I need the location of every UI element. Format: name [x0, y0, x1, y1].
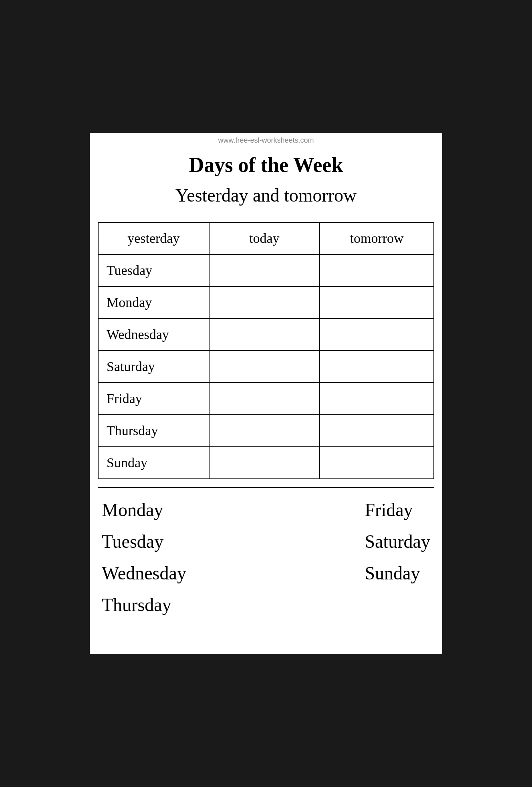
- cell-tomorrow: [320, 415, 434, 447]
- table-row: Wednesday: [98, 319, 434, 351]
- cell-yesterday: Thursday: [98, 415, 209, 447]
- cell-tomorrow: [320, 351, 434, 383]
- word-item-right: Sunday: [365, 559, 430, 587]
- cell-today: [209, 254, 320, 287]
- cell-tomorrow: [320, 287, 434, 319]
- word-item-left: Tuesday: [102, 528, 186, 555]
- word-list-left: MondayTuesdayWednesdayThursday: [102, 496, 186, 619]
- cell-yesterday: Sunday: [98, 447, 209, 479]
- cell-yesterday: Tuesday: [98, 254, 209, 287]
- cell-today: [209, 287, 320, 319]
- page-container: www.free-esl-worksheets.com Days of the …: [90, 133, 442, 654]
- cell-tomorrow: [320, 447, 434, 479]
- main-title: Days of the Week: [106, 153, 426, 177]
- cell-today: [209, 447, 320, 479]
- cell-today: [209, 351, 320, 383]
- table-row: Sunday: [98, 447, 434, 479]
- table-row: Friday: [98, 383, 434, 415]
- cell-tomorrow: [320, 383, 434, 415]
- cell-yesterday: Monday: [98, 287, 209, 319]
- cell-today: [209, 383, 320, 415]
- word-item-right: Saturday: [365, 528, 430, 555]
- word-item-left: Wednesday: [102, 559, 186, 587]
- table-row: Saturday: [98, 351, 434, 383]
- days-table: yesterday today tomorrow TuesdayMondayWe…: [98, 222, 434, 479]
- cell-yesterday: Friday: [98, 383, 209, 415]
- col-header-tomorrow: tomorrow: [320, 222, 434, 254]
- word-item-right: Friday: [365, 496, 430, 524]
- cell-today: [209, 319, 320, 351]
- word-item-left: Thursday: [102, 591, 186, 619]
- col-header-today: today: [209, 222, 320, 254]
- cell-yesterday: Saturday: [98, 351, 209, 383]
- table-row: Monday: [98, 287, 434, 319]
- table-row: Thursday: [98, 415, 434, 447]
- word-item-left: Monday: [102, 496, 186, 524]
- watermark: www.free-esl-worksheets.com: [218, 136, 314, 145]
- cell-tomorrow: [320, 319, 434, 351]
- table-row: Tuesday: [98, 254, 434, 287]
- subtitle: Yesterday and tomorrow: [106, 185, 426, 206]
- word-list-right: FridaySaturdaySunday: [365, 496, 430, 619]
- cell-today: [209, 415, 320, 447]
- word-list-section: MondayTuesdayWednesdayThursday FridaySat…: [98, 487, 434, 627]
- title-section: Days of the Week Yesterday and tomorrow: [98, 141, 434, 222]
- cell-yesterday: Wednesday: [98, 319, 209, 351]
- cell-tomorrow: [320, 254, 434, 287]
- col-header-yesterday: yesterday: [98, 222, 209, 254]
